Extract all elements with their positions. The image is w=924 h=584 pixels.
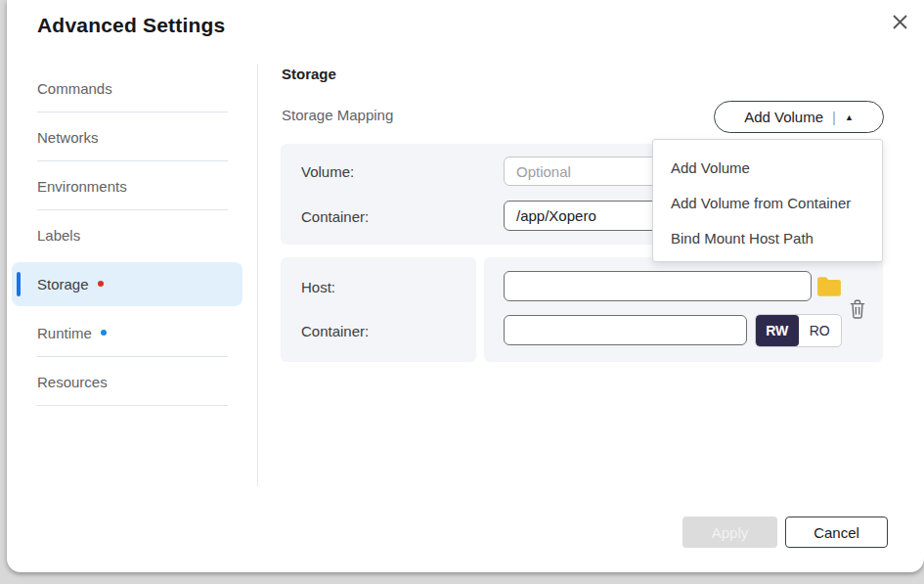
menu-item-add-volume[interactable]: Add Volume bbox=[653, 150, 882, 185]
sidebar-item-label: Networks bbox=[37, 129, 99, 146]
close-icon bbox=[892, 14, 908, 34]
sidebar-divider bbox=[257, 64, 258, 486]
button-separator: | bbox=[832, 109, 836, 125]
sidebar-selected-indicator bbox=[17, 272, 21, 296]
sidebar-item-resources[interactable]: Resources bbox=[37, 357, 228, 406]
dialog-title: Advanced Settings bbox=[37, 14, 225, 37]
sidebar-item-label: Commands bbox=[37, 80, 112, 97]
bind-mount-inputs-card: RW RO bbox=[484, 257, 883, 362]
container-path-input[interactable] bbox=[504, 315, 747, 345]
sidebar-item-label: Environments bbox=[37, 178, 127, 195]
container-label: Container: bbox=[301, 208, 369, 225]
read-write-toggle: RW RO bbox=[755, 314, 842, 347]
add-volume-button-label: Add Volume bbox=[744, 109, 823, 125]
sidebar-item-networks[interactable]: Networks bbox=[37, 112, 228, 161]
trash-icon bbox=[848, 306, 867, 323]
apply-button[interactable]: Apply bbox=[682, 517, 777, 548]
browse-folder-button[interactable] bbox=[816, 275, 842, 298]
cancel-button[interactable]: Cancel bbox=[785, 517, 888, 548]
host-path-input[interactable] bbox=[504, 271, 812, 301]
add-volume-dropdown-button[interactable]: Add Volume | ▲ bbox=[714, 101, 884, 133]
ro-option[interactable]: RO bbox=[799, 315, 842, 346]
chevron-up-icon: ▲ bbox=[845, 112, 854, 122]
add-volume-menu: Add Volume Add Volume from Container Bin… bbox=[652, 139, 883, 262]
rw-option[interactable]: RW bbox=[756, 315, 799, 346]
close-button[interactable] bbox=[885, 9, 914, 38]
volume-label: Volume: bbox=[301, 163, 354, 180]
panel-heading: Storage bbox=[282, 66, 336, 82]
folder-icon bbox=[816, 285, 842, 301]
sidebar-item-storage[interactable]: Storage bbox=[37, 259, 228, 308]
storage-mapping-label: Storage Mapping bbox=[282, 107, 393, 123]
unsaved-changes-dot-red bbox=[98, 281, 104, 287]
sidebar-item-runtime[interactable]: Runtime bbox=[37, 308, 228, 357]
advanced-settings-dialog: Advanced Settings Commands Networks Envi… bbox=[7, 0, 924, 572]
modified-dot-blue bbox=[101, 330, 107, 336]
container-label: Container: bbox=[301, 323, 369, 339]
menu-item-bind-mount-host-path[interactable]: Bind Mount Host Path bbox=[653, 220, 882, 255]
sidebar-item-commands[interactable]: Commands bbox=[37, 64, 228, 112]
sidebar: Commands Networks Environments Labels St… bbox=[37, 64, 228, 406]
sidebar-item-label: Runtime bbox=[37, 325, 92, 341]
menu-item-add-volume-from-container[interactable]: Add Volume from Container bbox=[653, 185, 882, 220]
bind-mount-labels-card: Host: Container: bbox=[281, 257, 476, 362]
sidebar-item-labels[interactable]: Labels bbox=[37, 210, 228, 259]
sidebar-item-environments[interactable]: Environments bbox=[37, 161, 228, 210]
host-label: Host: bbox=[301, 279, 335, 295]
sidebar-item-label: Resources bbox=[37, 374, 108, 390]
sidebar-item-label: Storage bbox=[37, 276, 89, 292]
sidebar-item-label: Labels bbox=[37, 227, 80, 244]
delete-mapping-button[interactable] bbox=[848, 298, 869, 322]
